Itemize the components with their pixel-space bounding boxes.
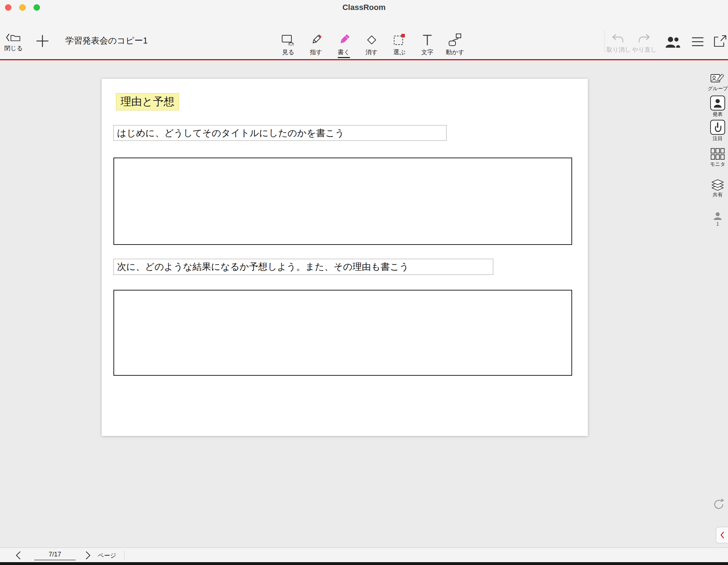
close-document-button[interactable]: 閉じる: [2, 33, 25, 52]
toolbar-separator: [604, 30, 605, 53]
people-icon: [665, 36, 681, 48]
close-document-label: 閉じる: [2, 44, 25, 52]
app-title: ClassRoom: [0, 3, 728, 12]
hamburger-icon: [691, 36, 704, 47]
redo-label: やり直し: [632, 46, 656, 54]
refresh-button[interactable]: [712, 498, 726, 511]
document-page[interactable]: 理由と予想 はじめに、どうしてそのタイトルにしたのかを書こう 次に、どのような結…: [102, 79, 588, 436]
chevron-left-icon: [13, 550, 24, 561]
page-heading: 理由と予想: [116, 93, 179, 111]
footer-bar: 7/17 ページ: [0, 548, 728, 562]
marker-pen-icon: [337, 33, 351, 47]
participants-button[interactable]: [662, 36, 683, 48]
sidebar-item-group[interactable]: グループ: [708, 71, 728, 92]
plus-icon: [36, 34, 49, 48]
group-icon: [710, 71, 726, 85]
classroom-app-window: ClassRoom 閉じる 学習発表会のコピー1: [0, 0, 728, 565]
tool-view-label: 見る: [282, 48, 294, 57]
undo-button[interactable]: 取り消し: [606, 33, 630, 54]
monitor-grid-icon: [711, 148, 725, 160]
tool-point[interactable]: 指す: [302, 31, 330, 58]
chevron-right-icon: [83, 550, 93, 561]
sidebar-present-label: 発表: [708, 111, 728, 118]
tool-write[interactable]: 書く: [330, 31, 358, 58]
sidebar-item-attention[interactable]: 注目: [708, 120, 728, 142]
eraser-icon: [365, 33, 379, 47]
sidebar-item-monitor[interactable]: モニタ: [708, 148, 728, 168]
layers-icon: [711, 179, 725, 191]
tool-erase-label: 消す: [366, 48, 378, 57]
pointing-hand-icon: [710, 120, 725, 135]
single-person-icon: [713, 212, 722, 220]
sidebar-item-share[interactable]: 共有: [708, 179, 728, 198]
tool-write-label: 書く: [338, 48, 350, 58]
previous-page-button[interactable]: [13, 550, 24, 561]
tool-move-label: 動かす: [446, 48, 464, 57]
tool-palette: 見る 指す: [274, 31, 469, 58]
pointer-pen-icon: [309, 33, 323, 47]
page-unit-label: ページ: [98, 551, 116, 560]
next-page-button[interactable]: [83, 550, 93, 561]
sidebar-item-present[interactable]: 発表: [708, 96, 728, 118]
tool-point-label: 指す: [310, 48, 322, 57]
header: ClassRoom 閉じる 学習発表会のコピー1: [0, 0, 728, 60]
document-title: 学習発表会のコピー1: [65, 35, 148, 46]
add-page-button[interactable]: [34, 34, 51, 48]
tool-view[interactable]: 見る: [274, 31, 302, 58]
present-person-icon: [710, 96, 725, 111]
undo-label: 取り消し: [606, 46, 630, 54]
refresh-icon: [712, 498, 726, 511]
answer-box-2[interactable]: [113, 290, 572, 376]
undo-icon: [611, 33, 625, 44]
tool-select-label: 選ぶ: [393, 48, 406, 57]
view-icon: [281, 34, 295, 47]
sidebar-monitor-label: モニタ: [708, 161, 728, 168]
tool-select[interactable]: 選ぶ: [386, 31, 413, 58]
window-bottom-edge: [0, 562, 728, 565]
tool-move[interactable]: 動かす: [441, 31, 469, 58]
external-display-button[interactable]: [713, 34, 728, 48]
red-chevron-left-icon: [718, 529, 726, 541]
sidebar-share-label: 共有: [708, 192, 728, 198]
text-icon: [420, 33, 434, 47]
titlebar: ClassRoom: [0, 0, 728, 15]
back-folder-icon: [5, 33, 22, 43]
move-object-icon: [448, 33, 462, 47]
prompt-text-1: はじめに、どうしてそのタイトルにしたのかを書こう: [113, 125, 447, 141]
participant-count-value: 1: [708, 221, 728, 227]
tool-text[interactable]: 文字: [413, 31, 441, 58]
menu-button[interactable]: [688, 36, 707, 47]
expand-arrow-icon: [713, 34, 727, 48]
sidebar-collapse-tab[interactable]: [716, 527, 728, 543]
sidebar-attention-label: 注目: [708, 135, 728, 142]
participant-count[interactable]: 1: [708, 212, 728, 227]
footer-separator: [124, 550, 124, 560]
prompt-text-2: 次に、どのような結果になるか予想しよう。また、その理由も書こう: [113, 259, 493, 275]
sidebar-group-label: グループ: [708, 86, 728, 92]
tool-text-label: 文字: [421, 48, 433, 57]
redo-icon: [637, 33, 651, 44]
whiteboard-canvas[interactable]: 理由と予想 はじめに、どうしてそのタイトルにしたのかを書こう 次に、どのような結…: [0, 61, 728, 548]
answer-box-1[interactable]: [113, 158, 572, 245]
redo-button[interactable]: やり直し: [632, 33, 656, 54]
selection-icon: [392, 33, 407, 47]
page-number-field[interactable]: 7/17: [34, 549, 76, 560]
tool-erase[interactable]: 消す: [358, 31, 386, 58]
